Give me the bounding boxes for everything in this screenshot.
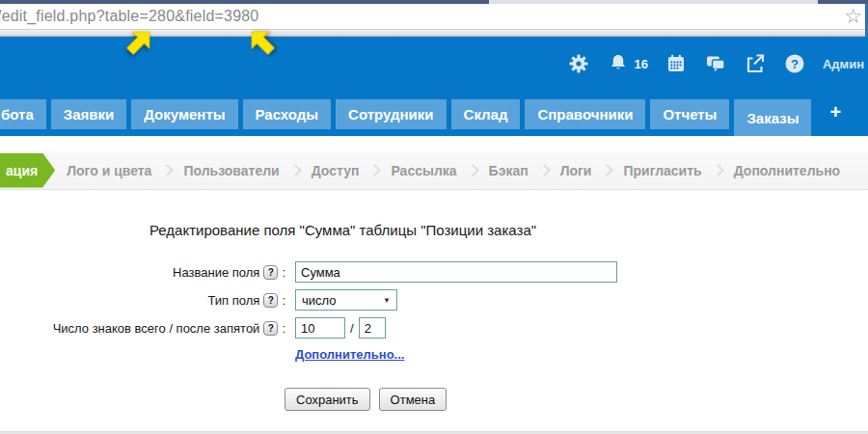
- subnav-item-logs[interactable]: Логи: [560, 163, 592, 178]
- subnav-item-users[interactable]: Пользователи: [183, 163, 279, 178]
- field-name-label: Название поля: [173, 265, 259, 280]
- tab-rabota[interactable]: бота: [0, 99, 46, 129]
- tab-sotrudniki[interactable]: Сотрудники: [336, 99, 446, 129]
- subnav-item-logo[interactable]: Лого и цвета: [67, 163, 151, 178]
- messages-button[interactable]: [704, 52, 727, 75]
- page-title: Редактирование поля "Сумма" таблицы "Поз…: [149, 222, 868, 238]
- bookmark-star-icon[interactable]: ☆: [844, 5, 862, 28]
- digits-row: Число знаков всего / после запятой ? : /: [0, 317, 868, 339]
- help-circle-icon: ?: [783, 52, 806, 75]
- field-type-label-group: Тип поля ? :: [0, 293, 285, 308]
- help-icon[interactable]: ?: [263, 293, 278, 308]
- cancel-button[interactable]: Отмена: [379, 388, 448, 411]
- tab-spravochniki[interactable]: Справочники: [525, 99, 645, 129]
- form-buttons: Сохранить Отмена: [285, 388, 868, 411]
- subnav-item-configuration-active[interactable]: ация: [0, 153, 55, 188]
- tab-dokumenty[interactable]: Документы: [131, 99, 237, 129]
- help-icon[interactable]: ?: [263, 265, 278, 280]
- chevron-right-icon: [369, 164, 382, 176]
- field-type-select[interactable]: число ▼: [295, 289, 397, 311]
- export-button[interactable]: [744, 52, 767, 75]
- tab-sklad[interactable]: Склад: [451, 99, 521, 129]
- add-tab-button[interactable]: +: [816, 99, 854, 125]
- subnav-item-mailing[interactable]: Рассылка: [391, 163, 456, 178]
- field-name-label-group: Название поля ? :: [0, 265, 285, 280]
- edit-field-form: Редактирование поля "Сумма" таблицы "Поз…: [0, 190, 868, 411]
- calendar-icon: [665, 52, 688, 75]
- chevron-right-icon: [602, 164, 614, 176]
- chevron-right-icon: [289, 164, 302, 176]
- main-nav-tabs: бота Заявки Документы Расходы Сотрудники…: [0, 99, 868, 136]
- tab-raskhody[interactable]: Расходы: [243, 99, 332, 129]
- notifications-button[interactable]: 16: [607, 52, 647, 75]
- tab-zakazy-active[interactable]: Заказы: [734, 99, 811, 136]
- help-button[interactable]: ?: [783, 52, 806, 75]
- chevron-right-icon: [538, 164, 551, 176]
- bell-icon: [607, 52, 630, 75]
- tab-zayavki[interactable]: Заявки: [51, 99, 126, 129]
- subnav-item-backup[interactable]: Бэкап: [489, 163, 529, 178]
- current-user-label[interactable]: Админ: [823, 57, 864, 71]
- chevron-right-icon: [162, 164, 175, 176]
- field-type-label: Тип поля: [207, 293, 259, 308]
- field-name-row: Название поля ? :: [0, 261, 868, 283]
- field-name-input[interactable]: [295, 261, 617, 283]
- share-box-arrow-icon: [744, 52, 767, 75]
- subnav-item-invite[interactable]: Пригласить: [623, 163, 701, 178]
- notification-count: 16: [634, 57, 647, 71]
- save-button[interactable]: Сохранить: [285, 388, 370, 411]
- help-icon[interactable]: ?: [263, 321, 278, 336]
- colon: :: [282, 321, 285, 336]
- chat-bubbles-icon: [704, 52, 727, 75]
- page: /edit_field.php?table=280&field=3980 ☆: [0, 0, 868, 434]
- additional-options-link[interactable]: Дополнительно...: [295, 347, 404, 362]
- digits-label-group: Число знаков всего / после запятой ? :: [0, 321, 285, 336]
- svg-text:?: ?: [791, 57, 799, 71]
- chevron-right-icon: [467, 164, 479, 176]
- field-type-row: Тип поля ? : число ▼: [0, 289, 868, 311]
- settings-subnav: ация Лого и цвета Пользователи Доступ Ра…: [0, 151, 868, 190]
- subnav-item-additional[interactable]: Дополнительно: [734, 163, 840, 178]
- digits-separator: /: [350, 321, 354, 336]
- digits-after-input[interactable]: [359, 317, 386, 339]
- digits-total-input[interactable]: [295, 317, 345, 339]
- colon: :: [282, 293, 285, 308]
- colon: :: [282, 265, 285, 280]
- browser-address-bar[interactable]: /edit_field.php?table=280&field=3980 ☆: [0, 4, 868, 30]
- calendar-button[interactable]: [665, 52, 688, 75]
- chevron-right-icon: [712, 164, 724, 176]
- url-text[interactable]: /edit_field.php?table=280&field=3980: [0, 8, 258, 25]
- tab-otchety[interactable]: Отчеты: [650, 99, 729, 129]
- field-type-selected-value: число: [302, 293, 337, 308]
- dropdown-arrow-icon: ▼: [383, 296, 391, 305]
- settings-button[interactable]: [567, 52, 590, 75]
- gear-icon: [567, 52, 590, 75]
- digits-label: Число знаков всего / после запятой: [53, 321, 260, 336]
- subnav-item-access[interactable]: Доступ: [312, 163, 360, 178]
